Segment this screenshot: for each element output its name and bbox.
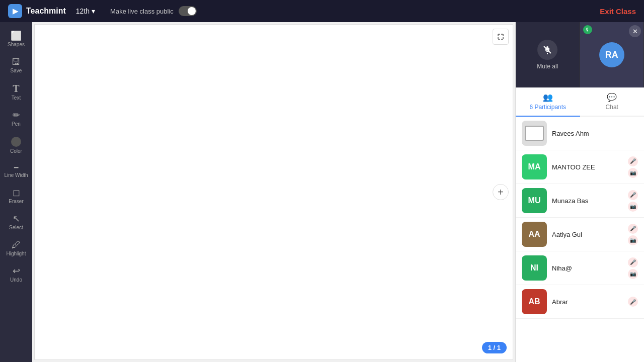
participant-avatar-mantoo: MA — [522, 154, 547, 179]
participant-icons-munaza: 🎤 📷 — [628, 190, 638, 212]
toggle-label: Make live class public — [110, 8, 174, 15]
participant-name-mantoo: MANTOO ZEE — [552, 163, 623, 171]
host-avatar: RA — [599, 42, 624, 67]
tool-pen[interactable]: ✏ Pen — [0, 106, 32, 132]
exit-class-button[interactable]: Exit Class — [600, 7, 636, 16]
tool-color[interactable]: Color — [0, 132, 32, 159]
participant-row: Ravees Ahm — [516, 117, 644, 150]
logo-icon: ▶ — [8, 4, 22, 18]
mute-all-label: Mute all — [537, 63, 558, 70]
mute-all-icon — [537, 40, 557, 60]
mute-icon: 🎤 — [628, 156, 638, 166]
chat-tab-label: Chat — [606, 104, 618, 111]
participant-avatar-aatiya: AA — [522, 222, 547, 247]
tool-highlight[interactable]: 🖊 Highlight — [0, 235, 32, 261]
logo-area: ▶ Teachmint — [8, 4, 66, 18]
participant-name-aatiya: Aatiya Gul — [552, 231, 623, 238]
participants-tab-icon: 👥 — [543, 93, 553, 102]
participant-avatar-ravees — [522, 121, 547, 146]
toggle-area: Make live class public — [110, 6, 197, 16]
participant-name-niha: Niha@ — [552, 264, 623, 272]
color-label: Color — [10, 148, 22, 154]
highlight-label: Highlight — [7, 251, 26, 256]
linewidth-label: Line Width — [4, 172, 28, 178]
svg-rect-1 — [546, 46, 548, 50]
select-label: Select — [9, 225, 23, 230]
topbar: ▶ Teachmint 12th ▾ Make live class publi… — [0, 0, 644, 22]
logo-text: Teachmint — [26, 7, 66, 16]
cam-off-icon: 📷 — [628, 168, 638, 178]
participant-row: AA Aatiya Gul 🎤 📷 — [516, 218, 644, 251]
grade-selector[interactable]: 12th ▾ — [76, 7, 95, 15]
text-icon: T — [13, 83, 19, 94]
undo-label: Undo — [10, 277, 22, 283]
tool-undo[interactable]: ↩ Undo — [0, 261, 32, 288]
undo-icon: ↩ — [13, 266, 20, 276]
linewidth-icon: ━ — [14, 164, 18, 171]
cam-off-icon: 📷 — [628, 269, 638, 279]
participant-name-munaza: Munaza Bas — [552, 197, 623, 205]
left-toolbar: ⬜ Shapes 🖫 Save T Text ✏ Pen Color ━ Lin… — [0, 22, 32, 362]
participant-icons-niha: 🎤 📷 — [628, 257, 638, 279]
page-indicator: 1 / 1 — [482, 342, 507, 353]
pen-label: Pen — [12, 121, 21, 127]
tool-linewidth[interactable]: ━ Line Width — [0, 159, 32, 183]
participant-name-ravees: Ravees Ahm — [552, 130, 638, 137]
participants-tab-label: 6 Participants — [529, 104, 566, 111]
video-strip: Mute all 🎙 RA ✕ — [516, 22, 644, 87]
text-label: Text — [12, 95, 21, 101]
participant-icons-aatiya: 🎤 📷 — [628, 224, 638, 245]
save-label: Save — [11, 68, 22, 73]
tab-participants[interactable]: 👥 6 Participants — [516, 87, 580, 117]
participant-row: MA MANTOO ZEE 🎤 📷 — [516, 150, 644, 184]
participant-row: NI Niha@ 🎤 📷 — [516, 251, 644, 285]
chat-tab-icon: 💬 — [607, 93, 617, 102]
participant-icons-mantoo: 🎤 📷 — [628, 156, 638, 178]
tab-chat[interactable]: 💬 Chat — [580, 87, 645, 117]
grade-label: 12th — [76, 7, 90, 15]
eraser-icon: ◻ — [13, 188, 20, 197]
participant-row: AB Abrar 🎤 — [516, 285, 644, 319]
canvas-area[interactable]: + 1 / 1 — [34, 24, 513, 360]
select-icon: ↖ — [13, 214, 20, 223]
participant-avatar-niha: NI — [522, 255, 547, 281]
eraser-label: Eraser — [9, 199, 23, 204]
grade-chevron-icon: ▾ — [92, 7, 95, 15]
tool-text[interactable]: T Text — [0, 78, 32, 106]
right-panel: Mute all 🎙 RA ✕ 👥 6 Participants 💬 Chat — [515, 22, 644, 362]
cam-off-icon: 📷 — [628, 202, 638, 212]
tool-eraser[interactable]: ◻ Eraser — [0, 183, 32, 209]
shapes-icon: ⬜ — [11, 31, 22, 40]
close-panel-button[interactable]: ✕ — [629, 25, 641, 37]
participant-name-abrar: Abrar — [552, 298, 623, 306]
tool-save[interactable]: 🖫 Save — [0, 52, 32, 78]
tool-select[interactable]: ↖ Select — [0, 209, 32, 235]
participant-row: MU Munaza Bas 🎤 📷 — [516, 184, 644, 218]
mute-icon: 🎤 — [628, 224, 638, 234]
panel-tabs: 👥 6 Participants 💬 Chat — [516, 87, 644, 117]
tool-shapes[interactable]: ⬜ Shapes — [0, 26, 32, 52]
expand-button[interactable] — [493, 29, 509, 45]
public-toggle[interactable] — [179, 6, 197, 16]
main-layout: ⬜ Shapes 🖫 Save T Text ✏ Pen Color ━ Lin… — [0, 22, 644, 362]
color-icon — [11, 137, 21, 147]
save-icon: 🖫 — [12, 57, 21, 66]
cam-off-icon: 📷 — [628, 235, 638, 245]
highlight-icon: 🖊 — [12, 240, 21, 249]
shapes-label: Shapes — [8, 42, 25, 47]
pen-icon: ✏ — [13, 111, 20, 120]
add-page-button[interactable]: + — [493, 184, 509, 200]
participant-list: Ravees Ahm MA MANTOO ZEE 🎤 📷 MU Munaza B… — [516, 117, 644, 362]
mute-icon: 🎤 — [628, 190, 638, 200]
mute-icon: 🎤 — [628, 297, 638, 307]
mute-all-card[interactable]: Mute all — [516, 22, 580, 87]
host-mic-indicator: 🎙 — [583, 25, 592, 34]
participant-avatar-abrar: AB — [522, 289, 547, 314]
participant-icons-abrar: 🎤 — [628, 297, 638, 307]
participant-avatar-munaza: MU — [522, 188, 547, 213]
mute-icon: 🎤 — [628, 257, 638, 267]
